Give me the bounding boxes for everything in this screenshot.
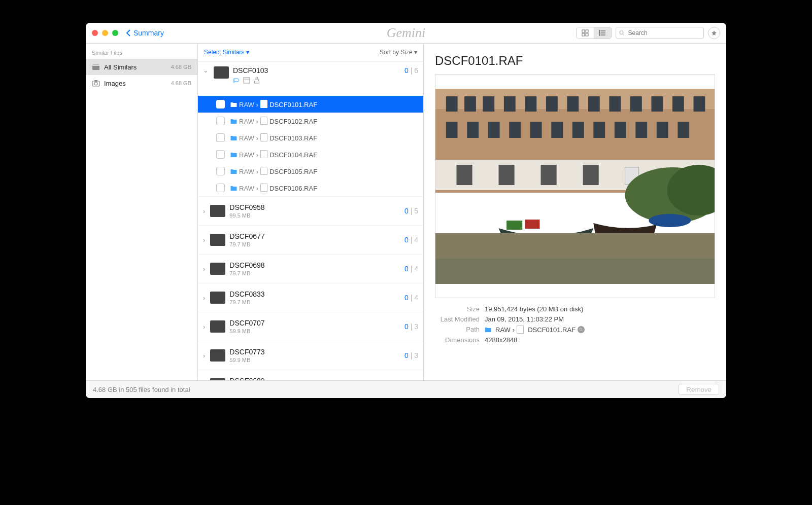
reveal-in-finder-button[interactable]: [578, 326, 585, 333]
svg-rect-57: [525, 220, 539, 229]
svg-rect-25: [483, 96, 494, 112]
folder-icon: [230, 118, 238, 124]
traffic-lights: [92, 30, 118, 36]
file-icon: [517, 326, 524, 334]
search-input-wrapper[interactable]: [616, 27, 704, 39]
folder-icon: [230, 168, 238, 174]
checkbox[interactable]: [216, 117, 225, 125]
group-name: DSCF0707: [229, 319, 264, 327]
group-name: DSCF0103: [233, 66, 268, 75]
group-list[interactable]: ⌄DSCF01030 | 6RAW›DSCF0101.RAFRAW›DSCF01…: [198, 61, 423, 380]
footer: 4.68 GB in 505 files found in total Remo…: [86, 380, 726, 398]
svg-point-7: [599, 30, 600, 31]
svg-rect-12: [93, 64, 99, 65]
group-header[interactable]: ⌄DSCF01030 | 6: [198, 61, 423, 96]
favorites-button[interactable]: [708, 27, 720, 39]
svg-rect-0: [582, 30, 585, 32]
group: ›DSCF070759.9 MB0 | 3: [198, 312, 423, 341]
sign-icon[interactable]: [233, 77, 240, 84]
thumbnail: [210, 263, 225, 275]
group-count: 0 | 5: [404, 207, 418, 215]
svg-rect-2: [582, 33, 585, 36]
checkbox[interactable]: [216, 167, 225, 175]
file-row[interactable]: RAW›DSCF0103.RAF: [198, 129, 423, 146]
meta-label-modified: Last Modified: [435, 315, 480, 323]
grid-view-button[interactable]: [577, 27, 594, 39]
checkbox[interactable]: [216, 100, 225, 109]
thumbnail: [210, 234, 225, 246]
sidebar-item-all-similars[interactable]: All Similars 4.68 GB: [86, 59, 197, 75]
meta-label-dimensions: Dimensions: [435, 336, 480, 344]
meta-value-dimensions: 4288x2848: [485, 336, 715, 344]
checkbox[interactable]: [216, 184, 225, 192]
file-row[interactable]: RAW›DSCF0106.RAF: [198, 179, 423, 196]
svg-rect-49: [457, 165, 472, 185]
svg-rect-61: [435, 233, 715, 259]
group-header[interactable]: ›DSCF068959.9 MB0 | 3: [198, 370, 423, 380]
preview-title: DSCF0101.RAF: [435, 54, 715, 68]
folder-icon: [230, 101, 238, 107]
svg-rect-3: [586, 33, 588, 36]
group-header[interactable]: ›DSCF095899.5 MB0 | 5: [198, 197, 423, 225]
remove-button[interactable]: Remove: [679, 384, 719, 395]
file-row[interactable]: RAW›DSCF0102.RAF: [198, 113, 423, 129]
file-breadcrumb: RAW›DSCF0104.RAF: [239, 150, 317, 159]
checkbox[interactable]: [216, 150, 225, 159]
file-row[interactable]: RAW›DSCF0105.RAF: [198, 163, 423, 179]
svg-rect-29: [567, 96, 579, 112]
sidebar: Similar Files All Similars 4.68 GB Image…: [86, 44, 198, 380]
titlebar: Summary Gemini: [86, 23, 726, 44]
svg-rect-51: [541, 165, 557, 185]
group-count: 0 | 3: [404, 351, 418, 359]
group-size: 79.7 MB: [229, 270, 264, 276]
svg-rect-37: [467, 122, 479, 138]
group-header[interactable]: ›DSCF077359.9 MB0 | 3: [198, 341, 423, 370]
app-window: Summary Gemini Similar File: [86, 23, 726, 398]
group-size: 59.9 MB: [229, 328, 264, 334]
group-name: DSCF0833: [229, 290, 264, 298]
group: ›DSCF069879.7 MB0 | 4: [198, 255, 423, 283]
group-name: DSCF0958: [229, 203, 264, 211]
file-name: DSCF0102.RAF: [269, 118, 317, 125]
file-breadcrumb: RAW›DSCF0106.RAF: [239, 184, 317, 192]
file-icon: [260, 184, 267, 192]
group-header[interactable]: ›DSCF069879.7 MB0 | 4: [198, 255, 423, 283]
checkbox[interactable]: [216, 133, 225, 142]
svg-rect-36: [446, 122, 458, 138]
svg-rect-27: [525, 96, 536, 112]
weight-icon[interactable]: [253, 77, 260, 84]
thumbnail: [214, 66, 229, 79]
svg-point-10: [620, 31, 623, 34]
select-similars-menu[interactable]: Select Similars ▾: [204, 49, 249, 56]
svg-rect-13: [92, 66, 99, 70]
group-header[interactable]: ›DSCF070759.9 MB0 | 3: [198, 312, 423, 341]
meta-value-modified: Jan 09, 2015, 11:03:22 PM: [485, 315, 715, 323]
file-row[interactable]: RAW›DSCF0101.RAF: [198, 96, 423, 113]
file-row[interactable]: RAW›DSCF0104.RAF: [198, 146, 423, 163]
sort-menu[interactable]: Sort by Size ▾: [380, 49, 417, 56]
sidebar-item-images[interactable]: Images 4.68 GB: [86, 75, 197, 91]
file-list-panel: Select Similars ▾ Sort by Size ▾ ⌄DSCF01…: [198, 44, 424, 380]
star-icon: [711, 30, 717, 36]
thumbnail: [210, 292, 225, 304]
group-action-icons: [233, 77, 268, 84]
close-window-button[interactable]: [92, 30, 98, 36]
zoom-window-button[interactable]: [112, 30, 118, 36]
view-mode-toggle: [576, 27, 612, 39]
minimize-window-button[interactable]: [102, 30, 108, 36]
svg-point-9: [599, 34, 600, 35]
thumbnail: [210, 320, 225, 333]
group-header[interactable]: ›DSCF083379.7 MB0 | 4: [198, 283, 423, 312]
svg-rect-24: [464, 96, 476, 112]
group: ›DSCF068959.9 MB0 | 3: [198, 370, 423, 380]
calendar-icon[interactable]: [243, 77, 250, 84]
list-view-button[interactable]: [594, 27, 611, 39]
file-breadcrumb: RAW›DSCF0102.RAF: [239, 117, 317, 125]
svg-rect-41: [551, 122, 563, 138]
search-input[interactable]: [627, 29, 700, 37]
group-header[interactable]: ›DSCF067779.7 MB0 | 4: [198, 226, 423, 254]
back-button[interactable]: Summary: [125, 29, 164, 37]
file-name: DSCF0104.RAF: [269, 151, 317, 159]
chevron-right-icon: ›: [203, 207, 205, 215]
meta-label-path: Path: [435, 326, 480, 334]
